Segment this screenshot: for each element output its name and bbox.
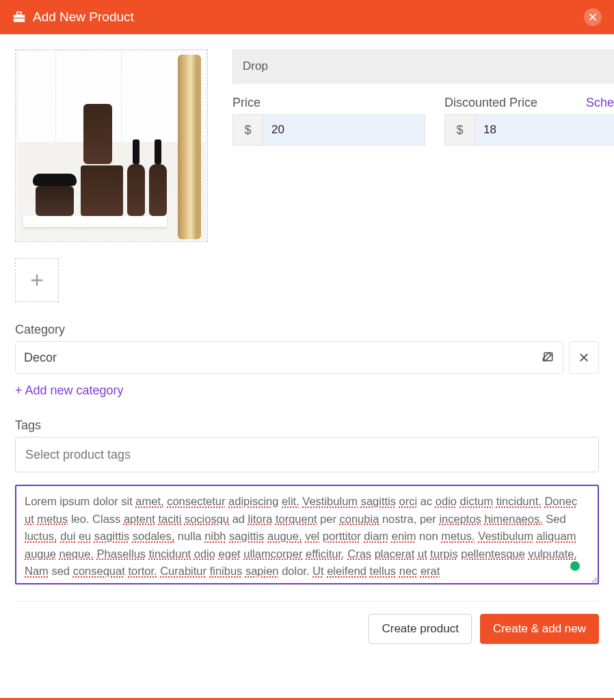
price-input[interactable] — [263, 115, 425, 145]
description-textarea[interactable]: Lorem ipsum dolor sit amet, consectetur … — [15, 485, 599, 584]
category-display[interactable]: Decor — [15, 341, 563, 374]
x-icon — [578, 352, 589, 363]
briefcase-icon — [12, 11, 26, 23]
discounted-price-input[interactable] — [475, 115, 614, 145]
grammarly-icon[interactable] — [570, 561, 580, 571]
tags-label: Tags — [15, 418, 599, 433]
create-product-button[interactable]: Create product — [369, 614, 471, 644]
schedule-link[interactable]: Schedule — [586, 96, 614, 110]
category-label: Category — [15, 323, 599, 337]
discounted-currency-symbol: $ — [445, 115, 475, 145]
modal-title: Add New Product — [33, 10, 134, 25]
add-gallery-image-button[interactable] — [15, 258, 59, 302]
svg-rect-3 — [14, 18, 25, 18]
close-icon — [588, 12, 598, 22]
category-value: Decor — [24, 351, 57, 365]
modal-header: Add New Product — [0, 0, 614, 34]
price-label: Price — [232, 96, 261, 110]
plus-icon — [29, 273, 44, 288]
modal-footer: Create product Create & add new — [15, 601, 599, 659]
svg-rect-1 — [17, 12, 22, 15]
product-image-upload[interactable] — [15, 49, 208, 242]
close-button[interactable] — [584, 8, 602, 26]
product-image — [18, 52, 205, 239]
price-currency-symbol: $ — [233, 115, 263, 145]
add-category-link[interactable]: + Add new category — [15, 383, 124, 398]
category-remove-button[interactable] — [569, 341, 599, 374]
edit-icon — [541, 349, 555, 363]
tags-input[interactable] — [15, 437, 599, 472]
discounted-price-label: Discounted Price — [444, 96, 537, 110]
category-edit-button[interactable] — [541, 349, 555, 366]
product-name-input[interactable] — [232, 49, 614, 83]
create-and-add-new-button[interactable]: Create & add new — [480, 614, 599, 644]
